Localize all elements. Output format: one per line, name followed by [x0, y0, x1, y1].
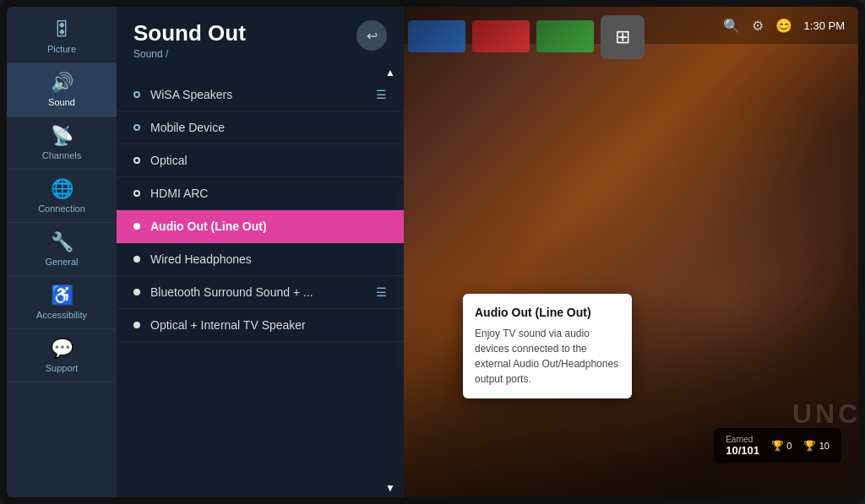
menu-item-bluetooth[interactable]: Bluetooth Surround Sound + ... ☰ — [117, 276, 404, 309]
info-box: Audio Out (Line Out) Enjoy TV sound via … — [463, 294, 632, 398]
app-thumbnail-2[interactable] — [472, 20, 530, 52]
menu-label-wisa: WiSA Speakers — [150, 88, 376, 101]
menu-dot-bluetooth — [133, 289, 140, 295]
menu-list: WiSA Speakers ☰ Mobile Device Optical HD… — [117, 79, 404, 479]
sidebar-item-general[interactable]: 🔧 General — [7, 223, 117, 276]
sidebar-label-sound: Sound — [48, 97, 75, 107]
settings-icon[interactable]: ⚙ — [752, 18, 764, 34]
menu-label-hdmi: HDMI ARC — [150, 187, 387, 200]
menu-item-optical[interactable]: Optical — [117, 144, 404, 177]
app-row: ⊞ — [408, 14, 645, 59]
trophy-gold: 🏆 0 — [771, 440, 792, 452]
connection-icon: 🌐 — [51, 178, 73, 200]
menu-label-optical-internal: Optical + Internal TV Speaker — [150, 318, 387, 332]
gold-trophy-icon: 🏆 — [771, 440, 784, 452]
menu-label-audio-out: Audio Out (Line Out) — [150, 219, 387, 233]
sidebar-label-channels: Channels — [42, 150, 81, 160]
tv-bezel: UNCHARTED 🔍 ⚙ 😊 1:30 PM ⊞ 🎛 Picture 🔊 So… — [0, 0, 865, 504]
sidebar-item-accessibility[interactable]: ♿ Accessibility — [7, 276, 117, 329]
silver-trophy-icon: 🏆 — [803, 440, 816, 452]
menu-dot-mobile — [133, 124, 140, 131]
menu-item-audio-out[interactable]: Audio Out (Line Out) — [117, 210, 404, 243]
general-icon: 🔧 — [51, 231, 73, 253]
menu-label-optical: Optical — [150, 154, 387, 167]
sidebar-item-picture[interactable]: 🎛 Picture — [7, 10, 117, 63]
trophy-silver: 🏆 10 — [803, 440, 830, 452]
sidebar-label-support: Support — [46, 363, 79, 373]
sound-icon: 🔊 — [51, 72, 73, 94]
scroll-up-indicator[interactable]: ▲ — [117, 67, 404, 79]
panel-header: Sound Out Sound / ↩ — [117, 7, 404, 67]
menu-dot-audio-out — [133, 223, 140, 230]
menu-label-wired: Wired Headphones — [150, 252, 387, 266]
sidebar-item-sound[interactable]: 🔊 Sound — [7, 63, 117, 117]
menu-label-mobile: Mobile Device — [150, 121, 387, 134]
menu-item-optical-internal[interactable]: Optical + Internal TV Speaker — [117, 309, 404, 342]
menu-item-hdmi[interactable]: HDMI ARC — [117, 177, 404, 210]
scroll-down-indicator[interactable]: ▼ — [117, 479, 404, 497]
game-title-overlay: UNCHARTED — [792, 398, 858, 430]
clock: 1:30 PM — [804, 19, 845, 32]
panel-title: Sound Out — [133, 20, 246, 46]
achievement-label: Earned 10/101 — [726, 435, 759, 457]
app-thumbnail-3[interactable] — [536, 20, 594, 52]
sidebar-label-connection: Connection — [38, 203, 85, 214]
menu-dot-optical-internal — [133, 322, 140, 328]
sidebar: 🎛 Picture 🔊 Sound 📡 Channels 🌐 Connectio… — [7, 7, 117, 497]
sidebar-label-picture: Picture — [47, 44, 76, 54]
panel-breadcrumb: Sound / — [133, 48, 246, 60]
sidebar-label-accessibility: Accessibility — [36, 310, 87, 320]
menu-dot-optical — [133, 157, 140, 164]
menu-icon-wisa: ☰ — [376, 88, 387, 101]
search-icon[interactable]: 🔍 — [723, 18, 740, 34]
tv-screen: UNCHARTED 🔍 ⚙ 😊 1:30 PM ⊞ 🎛 Picture 🔊 So… — [7, 7, 858, 497]
sidebar-label-general: General — [45, 257, 78, 267]
sidebar-item-channels[interactable]: 📡 Channels — [7, 117, 117, 170]
achievement-score: 10/101 — [726, 444, 759, 457]
menu-icon-bluetooth: ☰ — [376, 285, 387, 299]
sidebar-item-support[interactable]: 💬 Support — [7, 329, 117, 382]
earned-label: Earned — [726, 435, 759, 444]
silver-trophy-count: 10 — [819, 441, 830, 451]
app-icon-main[interactable]: ⊞ — [601, 15, 645, 59]
support-icon: 💬 — [51, 338, 73, 360]
menu-item-mobile[interactable]: Mobile Device — [117, 111, 404, 144]
accessibility-icon: ♿ — [51, 285, 73, 306]
main-panel: Sound Out Sound / ↩ ▲ WiSA Speakers ☰ Mo… — [117, 7, 404, 497]
picture-icon: 🎛 — [52, 19, 71, 41]
back-button[interactable]: ↩ — [356, 20, 387, 51]
channels-icon: 📡 — [51, 125, 73, 147]
achievement-bar: Earned 10/101 🏆 0 🏆 10 — [714, 428, 841, 463]
wallpaper-background: UNCHARTED — [395, 7, 858, 497]
menu-item-wisa[interactable]: WiSA Speakers ☰ — [117, 79, 404, 111]
menu-label-bluetooth: Bluetooth Surround Sound + ... — [150, 285, 376, 299]
user-icon[interactable]: 😊 — [775, 18, 792, 34]
menu-dot-hdmi — [133, 190, 140, 197]
app-thumbnail-1[interactable] — [408, 20, 465, 52]
info-box-title: Audio Out (Line Out) — [475, 306, 620, 319]
menu-dot-wisa — [133, 91, 140, 98]
info-box-description: Enjoy TV sound via audio devices connect… — [475, 326, 620, 387]
gold-trophy-count: 0 — [786, 441, 792, 451]
menu-item-wired[interactable]: Wired Headphones — [117, 243, 404, 276]
panel-title-area: Sound Out Sound / — [133, 20, 246, 60]
menu-dot-wired — [133, 256, 140, 263]
sidebar-item-connection[interactable]: 🌐 Connection — [7, 170, 117, 223]
